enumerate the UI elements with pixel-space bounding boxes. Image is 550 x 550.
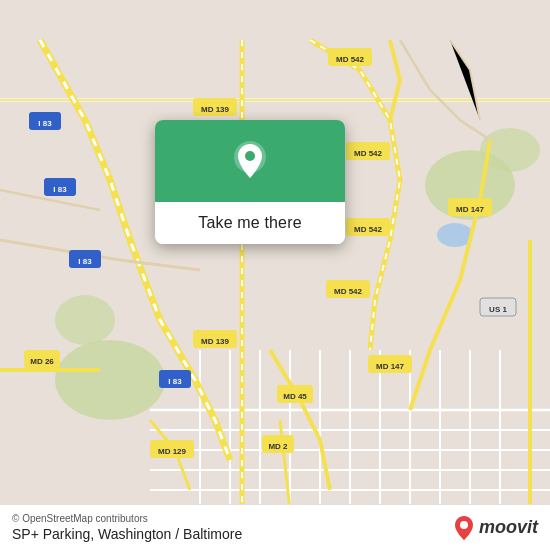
svg-text:I 83: I 83 — [78, 257, 92, 266]
svg-text:MD 129: MD 129 — [158, 447, 187, 456]
location-pin-icon — [227, 138, 273, 184]
svg-text:MD 147: MD 147 — [456, 205, 485, 214]
osm-attribution: © OpenStreetMap contributors — [12, 513, 242, 524]
svg-text:MD 26: MD 26 — [30, 357, 54, 366]
svg-point-65 — [460, 521, 468, 529]
svg-text:MD 2: MD 2 — [268, 442, 288, 451]
svg-point-2 — [55, 295, 115, 345]
svg-text:MD 45: MD 45 — [283, 392, 307, 401]
svg-text:MD 542: MD 542 — [354, 225, 383, 234]
svg-point-1 — [55, 340, 165, 420]
bottom-bar: © OpenStreetMap contributors SP+ Parking… — [0, 504, 550, 550]
svg-text:I 83: I 83 — [53, 185, 67, 194]
moovit-logo: moovit — [453, 515, 538, 541]
svg-text:MD 542: MD 542 — [336, 55, 365, 64]
svg-text:US 1: US 1 — [489, 305, 507, 314]
svg-text:MD 542: MD 542 — [334, 287, 363, 296]
location-label: SP+ Parking, Washington / Baltimore — [12, 526, 242, 542]
moovit-brand-text: moovit — [479, 517, 538, 538]
popup-card: Take me there — [155, 120, 345, 244]
moovit-pin-icon — [453, 515, 475, 541]
svg-text:I 83: I 83 — [168, 377, 182, 386]
popup-icon-area — [155, 120, 345, 202]
map-background: I 83 I 83 I 83 I 83 MD 139 MD 139 MD 542 — [0, 0, 550, 550]
bottom-left: © OpenStreetMap contributors SP+ Parking… — [12, 513, 242, 542]
svg-text:MD 139: MD 139 — [201, 337, 230, 346]
take-me-there-button[interactable]: Take me there — [155, 202, 345, 244]
svg-text:I 83: I 83 — [38, 119, 52, 128]
svg-text:MD 542: MD 542 — [354, 149, 383, 158]
svg-point-64 — [245, 151, 255, 161]
map-container: I 83 I 83 I 83 I 83 MD 139 MD 139 MD 542 — [0, 0, 550, 550]
svg-text:MD 139: MD 139 — [201, 105, 230, 114]
svg-text:MD 147: MD 147 — [376, 362, 405, 371]
